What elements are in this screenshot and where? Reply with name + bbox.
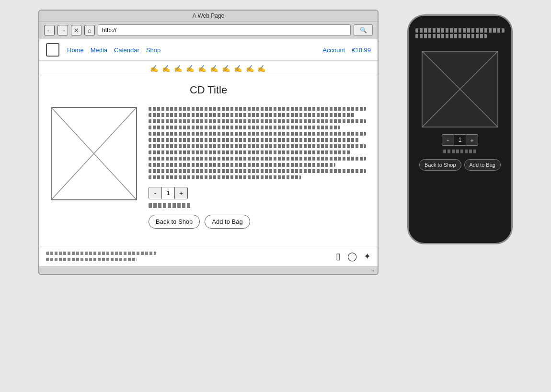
lorem-line-5 [149,132,366,136]
nav-cart-price[interactable]: €10.99 [352,46,371,54]
back-button[interactable]: ← [44,25,55,35]
nav-right: Account €10.99 [322,46,371,54]
home-icon: ⌂ [88,27,92,34]
phone-quantity-stepper: - 1 + [442,134,478,146]
phone-add-to-bag-button[interactable]: Add to Bag [464,159,501,171]
phone-wrapper: - 1 + Back to Shop Add to Bag [407,14,513,244]
banner-text: ✍ ✍ ✍ ✍ ✍ ✍ ✍ ✍ ✍ ✍ [150,65,266,72]
watermark: ⤷ [39,266,378,274]
site-footer: ▯ ◯ ✦ [39,246,378,266]
action-buttons: Back to Shop Add to Bag [149,215,366,229]
lorem-line-12 [149,175,301,179]
phone-quantity-increase-button[interactable]: + [466,135,478,145]
nav-link-shop[interactable]: Shop [146,46,161,54]
twitter-icon[interactable]: ✦ [364,251,371,262]
lorem-line-1 [149,107,366,111]
phone-screen: - 1 + Back to Shop Add to Bag [409,24,511,180]
lorem-line-3 [149,119,366,123]
close-icon: ✕ [74,27,79,34]
browser-toolbar: ← → ✕ ⌂ 🔍 [39,22,378,39]
lorem-line-9 [149,157,366,161]
quantity-decrease-button[interactable]: - [149,187,161,199]
page-title: CD Title [39,76,378,102]
nav-link-media[interactable]: Media [91,46,107,54]
phone-quantity-decrease-button[interactable]: - [442,135,454,145]
phone-header-scribble-2 [415,34,487,38]
footer-social-icons: ▯ ◯ ✦ [336,251,371,262]
footer-text [46,252,156,261]
lorem-line-6 [149,138,359,142]
phone-header-scribble-1 [415,28,505,33]
website-content: Home Media Calendar Shop Account €10.99 … [39,39,378,266]
lorem-lines [149,107,366,179]
facebook-icon[interactable]: ▯ [336,251,341,262]
lorem-line-11 [149,169,366,173]
phone-image-svg [422,51,498,127]
instagram-icon[interactable]: ◯ [347,251,357,262]
phone-product-image [422,51,498,127]
nav-logo [46,43,59,57]
phone-quantity-value: 1 [454,135,466,145]
nav-link-home[interactable]: Home [67,46,84,54]
scribble-banner: ✍ ✍ ✍ ✍ ✍ ✍ ✍ ✍ ✍ ✍ [39,61,378,76]
site-nav: Home Media Calendar Shop Account €10.99 [39,39,378,61]
product-image-placeholder-svg [51,107,137,200]
footer-line-1 [46,252,156,255]
nav-link-calendar[interactable]: Calendar [114,46,139,54]
phone-back-to-shop-button[interactable]: Back to Shop [419,159,461,171]
phone-notch [441,16,479,24]
product-image [51,107,137,200]
add-to-bag-button[interactable]: Add to Bag [205,215,250,229]
lorem-line-4 [149,126,340,129]
back-icon: ← [46,27,53,34]
search-icon: 🔍 [360,27,367,34]
search-button[interactable]: 🔍 [354,24,373,36]
home-button[interactable]: ⌂ [84,25,95,35]
lorem-line-8 [149,150,351,154]
back-to-shop-button[interactable]: Back to Shop [149,215,200,229]
price-label-scribble [149,203,192,208]
forward-button[interactable]: → [57,25,68,35]
phone-header-text [415,24,505,46]
browser-window: A Web Page ← → ✕ ⌂ 🔍 Home Media Calendar [38,10,379,275]
product-section: - 1 + Back to Shop Add to Bag [39,102,378,246]
lorem-line-10 [149,163,335,167]
close-button[interactable]: ✕ [71,25,81,35]
browser-title: A Web Page [193,12,225,19]
product-description: - 1 + Back to Shop Add to Bag [149,107,366,236]
phone-frame: - 1 + Back to Shop Add to Bag [407,14,513,244]
lorem-line-7 [149,144,366,148]
quantity-increase-button[interactable]: + [175,187,187,199]
nav-links: Home Media Calendar Shop [67,46,315,54]
url-bar[interactable] [98,24,351,36]
phone-action-buttons: Back to Shop Add to Bag [415,159,505,171]
phone-price-label [443,150,477,153]
quantity-value: 1 [161,187,175,199]
nav-account-link[interactable]: Account [322,46,345,54]
quantity-stepper: - 1 + [149,187,188,199]
browser-titlebar: A Web Page [39,11,378,22]
forward-icon: → [60,27,66,34]
lorem-line-2 [149,113,355,117]
footer-line-2 [46,258,137,261]
